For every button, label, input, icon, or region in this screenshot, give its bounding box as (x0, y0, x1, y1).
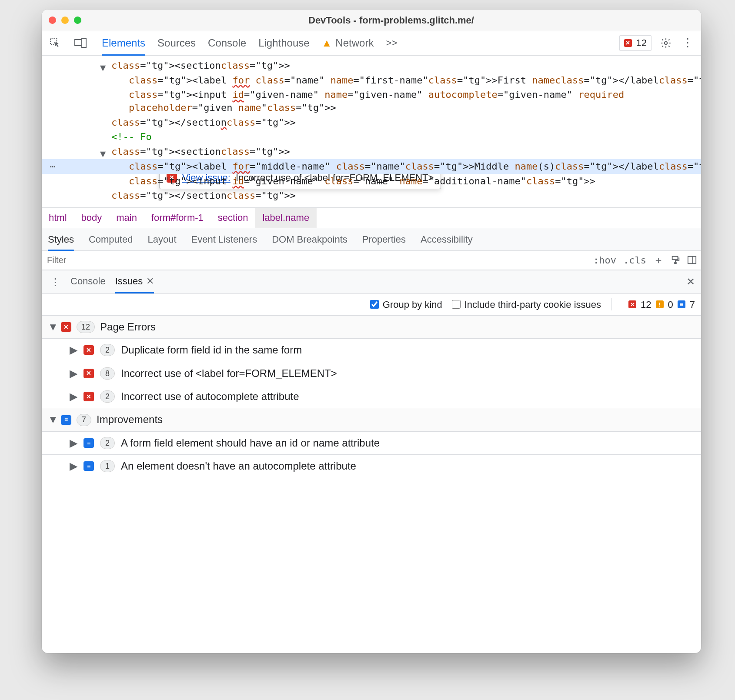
dom-row[interactable]: class="tg"></sectionclass="tg">> (42, 188, 701, 203)
issue-count: 2 (100, 390, 115, 403)
issue-item[interactable]: ▶✕2Duplicate form field id in the same f… (42, 338, 701, 361)
subtab-accessibility[interactable]: Accessibility (421, 228, 473, 250)
group-count: 12 (77, 321, 95, 333)
issue-text: Duplicate form field id in the same form (121, 343, 302, 357)
subtab-styles[interactable]: Styles (48, 228, 74, 250)
dom-row[interactable]: class="tg"><input id="given-name" class=… (42, 174, 701, 189)
expand-icon[interactable]: ▼ (48, 320, 56, 334)
computed-sidebar-toggle-icon[interactable] (687, 255, 697, 265)
issue-count: 2 (100, 437, 115, 449)
expand-icon[interactable]: ▶ (70, 459, 77, 473)
breadcrumb-item[interactable]: form#form-1 (144, 208, 211, 228)
minimize-window-button[interactable] (61, 17, 69, 24)
new-style-rule-icon[interactable]: ＋ (653, 253, 664, 267)
breadcrumb-item[interactable]: html (42, 208, 74, 228)
group-by-kind-checkbox[interactable]: Group by kind (368, 298, 442, 311)
row-actions-icon[interactable]: ⋯ (42, 159, 63, 174)
group-title: Page Errors (100, 320, 156, 334)
expand-icon[interactable]: ▼ (100, 147, 106, 160)
subtab-properties[interactable]: Properties (362, 228, 406, 250)
dom-row[interactable]: class="tg"></sectionclass="tg">> (42, 115, 701, 130)
expand-icon[interactable]: ▼ (48, 413, 56, 427)
info-bubble-icon: ≡ (84, 438, 94, 448)
tab-sources[interactable]: Sources (157, 31, 196, 55)
expand-icon[interactable]: ▶ (70, 390, 77, 403)
svg-rect-5 (675, 263, 676, 264)
issues-list: ▼✕12Page Errors▶✕2Duplicate form field i… (42, 316, 701, 478)
warning-icon: ! (656, 300, 664, 308)
third-party-checkbox[interactable]: Include third-party cookie issues (450, 298, 601, 311)
dom-row[interactable]: ⋯class="tg"><label for="middle-name" cla… (42, 159, 701, 174)
issue-text: An element doesn't have an autocomplete … (121, 459, 356, 473)
error-bubble-icon: ✕ (84, 369, 94, 378)
close-tab-icon[interactable]: ✕ (146, 275, 154, 288)
tab-lighthouse[interactable]: Lighthouse (258, 31, 309, 55)
issues-counter[interactable]: ✕ 12 (619, 35, 651, 51)
issue-item[interactable]: ▶✕2Incorrect use of autocomplete attribu… (42, 385, 701, 408)
drawer-menu-icon[interactable]: ⋮ (48, 274, 63, 289)
issue-count: 1 (100, 460, 115, 472)
paint-icon[interactable] (671, 255, 680, 265)
kebab-menu-icon[interactable]: ⋮ (680, 36, 695, 50)
device-toolbar-icon[interactable] (73, 36, 88, 50)
inspect-element-icon[interactable] (48, 36, 63, 50)
error-bubble-icon: ✕ (61, 322, 71, 332)
error-bubble-icon: ✕ (84, 345, 94, 355)
expand-icon[interactable]: ▶ (70, 367, 77, 380)
breadcrumb-item[interactable]: label.name (255, 208, 317, 228)
issue-text: A form field element should have an id o… (121, 436, 380, 450)
dom-row[interactable]: ▼class="tg"><sectionclass="tg">> (42, 58, 701, 73)
titlebar: DevTools - form-problems.glitch.me/ (42, 10, 701, 31)
issue-count: 8 (100, 367, 115, 380)
breadcrumb-item[interactable]: section (211, 208, 256, 228)
dom-row[interactable]: ▼class="tg"><sectionclass="tg">> (42, 144, 701, 159)
svg-rect-2 (82, 39, 86, 47)
subtab-event-listeners[interactable]: Event Listeners (191, 228, 257, 250)
zoom-window-button[interactable] (74, 17, 81, 24)
close-window-button[interactable] (49, 17, 56, 24)
main-toolbar: ElementsSourcesConsoleLighthouse▲Network… (42, 31, 701, 56)
dom-row[interactable]: class="tg"><input id="given-name" name="… (42, 87, 701, 115)
breadcrumb-trail: htmlbodymainform#form-1sectionlabel.name (42, 207, 701, 228)
issue-text: Incorrect use of autocomplete attribute (121, 390, 299, 403)
window-title: DevTools - form-problems.glitch.me/ (88, 14, 694, 27)
drawer-tab-issues[interactable]: Issues ✕ (115, 270, 154, 293)
issue-text: Incorrect use of <label for=FORM_ELEMENT… (121, 367, 337, 380)
settings-icon[interactable] (658, 36, 673, 50)
tab-network[interactable]: ▲Network (322, 31, 374, 55)
info-icon: ≡ (678, 300, 685, 308)
drawer: ⋮ ConsoleIssues ✕ ✕ Group by kind Includ… (42, 270, 701, 653)
expand-icon[interactable]: ▶ (70, 436, 77, 450)
subtab-dom-breakpoints[interactable]: DOM Breakpoints (272, 228, 347, 250)
tab-elements[interactable]: Elements (102, 31, 145, 55)
elements-dom-tree[interactable]: ✕ View issue: Incorrect use of <label fo… (42, 56, 701, 207)
close-drawer-icon[interactable]: ✕ (686, 275, 695, 289)
issue-item[interactable]: ▶≡2A form field element should have an i… (42, 431, 701, 454)
issue-group-header[interactable]: ▼✕12Page Errors (42, 316, 701, 338)
error-icon: ✕ (628, 300, 636, 308)
errors-count: 12 (636, 37, 647, 50)
group-title: Improvements (97, 413, 163, 427)
cls-toggle[interactable]: .cls (623, 254, 646, 267)
dom-row[interactable]: <!-- Fo (42, 130, 701, 144)
issue-item[interactable]: ▶✕8Incorrect use of <label for=FORM_ELEM… (42, 362, 701, 385)
subtab-layout[interactable]: Layout (147, 228, 176, 250)
issue-totals: ✕12 !0 ≡7 (628, 298, 695, 311)
breadcrumb-item[interactable]: main (109, 208, 144, 228)
tab-console[interactable]: Console (208, 31, 246, 55)
overflow-tabs-icon[interactable]: >> (384, 36, 399, 50)
group-count: 7 (77, 414, 91, 426)
styles-filter-input[interactable] (46, 255, 589, 266)
issue-item[interactable]: ▶≡1An element doesn't have an autocomple… (42, 454, 701, 477)
subtab-computed[interactable]: Computed (89, 228, 133, 250)
svg-rect-4 (672, 257, 678, 260)
drawer-tab-console[interactable]: Console (70, 270, 106, 293)
expand-icon[interactable]: ▶ (70, 343, 77, 357)
hov-toggle[interactable]: :hov (593, 254, 616, 267)
breadcrumb-item[interactable]: body (74, 208, 110, 228)
dom-row[interactable]: class="tg"><label for class="name" name=… (42, 73, 701, 88)
info-bubble-icon: ≡ (84, 461, 94, 471)
expand-icon[interactable]: ▼ (100, 61, 106, 74)
issue-group-header[interactable]: ▼≡7Improvements (42, 408, 701, 431)
svg-point-3 (665, 42, 668, 45)
